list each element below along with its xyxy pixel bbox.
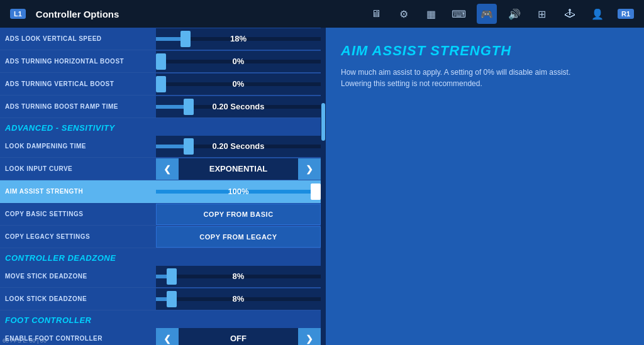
look-deadzone-slider[interactable]: 8% <box>156 288 321 310</box>
section-header-advanced-sensitivity: ADVANCED - SENSITIVITY <box>0 118 321 135</box>
aim-assist-label: AIM ASSIST STRENGTH <box>0 184 156 199</box>
keyboard-icon[interactable]: ⌨ <box>449 4 469 24</box>
ads-look-vertical-label: ADS LOOK VERTICAL SPEED <box>0 31 156 46</box>
speaker-icon[interactable]: 🔊 <box>504 4 525 24</box>
ads-turning-ramp-slider[interactable]: 0.20 Seconds <box>156 96 321 118</box>
enable-foot-value: OFF <box>179 334 298 343</box>
setting-row-ads-turning-ramp[interactable]: ADS TURNING BOOST RAMP TIME 0.20 Seconds <box>0 96 321 118</box>
page-title: Controller Options <box>36 9 356 19</box>
monitor-icon[interactable]: 🖥 <box>366 4 386 24</box>
look-deadzone-value: 8% <box>156 294 321 304</box>
setting-row-look-input-curve[interactable]: LOOK INPUT CURVE ❮ EXPONENTIAL ❯ <box>0 158 321 180</box>
ads-turning-ramp-value: 0.20 Seconds <box>156 102 321 111</box>
grid-icon[interactable]: ▦ <box>421 4 441 24</box>
fps-indicator: 60 FPS L: 00 | 00 <box>0 336 49 345</box>
scrollbar-thumb[interactable] <box>321 103 325 141</box>
move-deadzone-value: 8% <box>156 271 321 281</box>
ads-look-vertical-value: 18% <box>156 34 321 43</box>
section-header-foot-controller: FOOT CONTROLLER <box>0 310 321 327</box>
help-title: AIM ASSIST STRENGTH <box>341 43 629 59</box>
ads-turning-v-boost-slider[interactable]: 0% <box>156 74 321 95</box>
look-input-curve-next[interactable]: ❯ <box>298 158 321 180</box>
ads-turning-h-boost-slider[interactable]: 0% <box>156 51 321 72</box>
top-bar: L1 Controller Options 🖥 ⚙ ▦ ⌨ 🎮 🔊 ⊞ 🕹 👤 … <box>0 0 644 28</box>
settings-panel: ADS LOOK VERTICAL SPEED 18% ADS TURNING … <box>0 28 321 345</box>
look-input-curve-prev[interactable]: ❮ <box>156 158 179 180</box>
badge-l1[interactable]: L1 <box>10 9 26 19</box>
ads-turning-h-boost-label: ADS TURNING HORIZONTAL BOOST <box>0 54 156 68</box>
setting-row-copy-basic[interactable]: COPY BASIC SETTINGS COPY FROM BASIC <box>0 203 321 226</box>
ads-turning-ramp-label: ADS TURNING BOOST RAMP TIME <box>0 99 156 114</box>
look-dampening-slider[interactable]: 0.20 Seconds <box>156 136 321 157</box>
controller-icon[interactable]: 🕹 <box>560 4 580 24</box>
move-deadzone-label: MOVE STICK DEADZONE <box>0 269 156 283</box>
setting-row-ads-turning-h-boost[interactable]: ADS TURNING HORIZONTAL BOOST 0% <box>0 50 321 73</box>
gear-icon[interactable]: ⚙ <box>394 4 414 24</box>
scrollbar-area[interactable] <box>321 28 326 345</box>
copy-legacy-button[interactable]: COPY FROM LEGACY <box>156 226 321 248</box>
look-input-curve-value: EXPONENTIAL <box>179 164 298 173</box>
nav-icons: 🖥 ⚙ ▦ ⌨ 🎮 🔊 ⊞ 🕹 👤 <box>366 4 608 24</box>
ads-turning-h-boost-value: 0% <box>156 57 321 66</box>
gamepad-icon[interactable]: 🎮 <box>477 4 497 24</box>
help-panel: AIM ASSIST STRENGTH How much aim assist … <box>326 28 644 345</box>
badge-r1[interactable]: R1 <box>618 9 634 19</box>
enable-foot-selector[interactable]: ❮ OFF ❯ <box>156 328 321 346</box>
copy-basic-button[interactable]: COPY FROM BASIC <box>156 204 321 225</box>
setting-row-ads-turning-v-boost[interactable]: ADS TURNING VERTICAL BOOST 0% <box>0 73 321 96</box>
main-content: ADS LOOK VERTICAL SPEED 18% ADS TURNING … <box>0 28 644 345</box>
copy-legacy-label: COPY LEGACY SETTINGS <box>0 229 156 244</box>
setting-row-aim-assist[interactable]: AIM ASSIST STRENGTH 100% <box>0 180 321 203</box>
setting-row-ads-look-vertical[interactable]: ADS LOOK VERTICAL SPEED 18% <box>0 28 321 50</box>
look-dampening-value: 0.20 Seconds <box>156 141 321 151</box>
copy-basic-label: COPY BASIC SETTINGS <box>0 207 156 221</box>
ads-turning-v-boost-label: ADS TURNING VERTICAL BOOST <box>0 77 156 91</box>
section-header-deadzone: CONTROLLER DEADZONE <box>0 248 321 265</box>
setting-row-look-dampening[interactable]: LOOK DAMPENING TIME 0.20 Seconds <box>0 135 321 158</box>
user-icon[interactable]: 👤 <box>587 4 608 24</box>
aim-assist-value: 100% <box>156 187 321 196</box>
enable-foot-prev[interactable]: ❮ <box>156 328 179 346</box>
ads-turning-v-boost-value: 0% <box>156 79 321 89</box>
move-deadzone-slider[interactable]: 8% <box>156 266 321 287</box>
ads-look-vertical-slider[interactable]: 18% <box>156 28 321 50</box>
network-icon[interactable]: ⊞ <box>532 4 552 24</box>
setting-row-move-deadzone[interactable]: MOVE STICK DEADZONE 8% <box>0 265 321 288</box>
look-deadzone-label: LOOK STICK DEADZONE <box>0 292 156 306</box>
enable-foot-next[interactable]: ❯ <box>298 328 321 346</box>
aim-assist-slider[interactable]: 100% <box>156 181 321 202</box>
help-description: How much aim assist to apply. A setting … <box>341 67 592 89</box>
setting-row-copy-legacy[interactable]: COPY LEGACY SETTINGS COPY FROM LEGACY <box>0 226 321 248</box>
setting-row-look-deadzone[interactable]: LOOK STICK DEADZONE 8% <box>0 288 321 310</box>
look-input-curve-selector[interactable]: ❮ EXPONENTIAL ❯ <box>156 158 321 180</box>
look-input-curve-label: LOOK INPUT CURVE <box>0 162 156 176</box>
look-dampening-label: LOOK DAMPENING TIME <box>0 139 156 153</box>
